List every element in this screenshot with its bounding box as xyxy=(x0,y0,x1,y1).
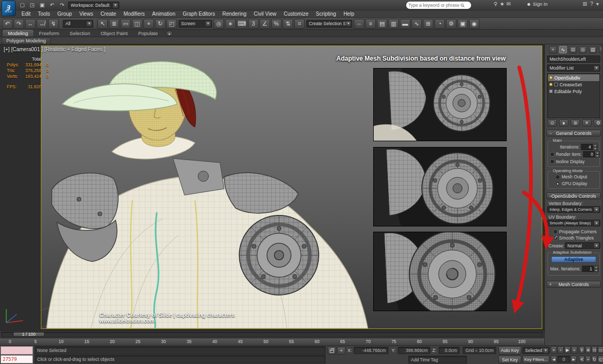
time-slider[interactable]: 1 / 100 xyxy=(0,331,544,338)
general-controls-rollout[interactable]: − General Controls xyxy=(546,130,601,136)
menu-item[interactable]: Create xyxy=(97,10,120,18)
maximize-viewport-icon[interactable]: ◱ xyxy=(598,356,603,363)
menu-item[interactable]: Views xyxy=(75,10,97,18)
angle-snap-icon[interactable]: ∠ xyxy=(260,19,270,29)
favorites-star-icon[interactable]: ★ xyxy=(500,1,505,7)
workspace-dropdown[interactable]: Workspace: Default▾ xyxy=(68,2,119,9)
hierarchy-tab-icon[interactable]: ⊟ xyxy=(569,46,577,53)
named-selection-sets-dropdown[interactable]: Create Selection S▾ xyxy=(306,20,352,28)
render-iters-spinner[interactable]: 0 ▴▾ xyxy=(583,151,600,157)
infocenter-chevron-icon[interactable]: ▾ xyxy=(596,1,599,7)
select-by-name-icon[interactable]: ≣ xyxy=(109,19,119,29)
select-object-icon[interactable]: ↖ xyxy=(97,19,108,29)
set-key-button[interactable]: Set Key xyxy=(498,356,521,363)
spinner-snap-icon[interactable]: ⇅ xyxy=(283,19,293,29)
menu-item[interactable]: Graph Editors xyxy=(179,10,219,18)
select-and-move-icon[interactable]: ⌖ xyxy=(143,19,154,29)
reference-coordinate-dropdown[interactable]: Screen▾ xyxy=(178,20,212,28)
crease-dropdown[interactable]: Normal▾ xyxy=(565,242,600,249)
make-unique-icon[interactable]: ⊚ xyxy=(571,119,580,127)
modifier-editable-poly[interactable]: Editable Poly xyxy=(548,88,599,95)
object-name-field[interactable]: MechShoulderLeft xyxy=(547,55,600,63)
menu-item[interactable]: Modifiers xyxy=(120,10,149,18)
open-file-icon[interactable]: ◳ xyxy=(28,1,37,9)
redo-icon[interactable]: ↷ xyxy=(14,19,24,29)
menu-item[interactable]: Group xyxy=(54,10,76,18)
pin-stack-icon[interactable]: ⊙ xyxy=(548,119,557,127)
menu-item[interactable]: Tools xyxy=(34,10,53,18)
edit-named-selection-sets-icon[interactable]: ⌗ xyxy=(294,19,305,29)
polygon-modeling-panel-button[interactable]: Polygon Modeling xyxy=(2,37,51,44)
menu-item[interactable]: Rendering xyxy=(219,10,250,18)
menu-item[interactable]: Civil View xyxy=(250,10,280,18)
gpu-display-radio[interactable] xyxy=(555,181,560,186)
rendered-frame-window-icon[interactable]: ▣ xyxy=(457,19,468,29)
go-to-end-button[interactable]: » xyxy=(571,346,577,354)
unlink-selection-icon[interactable]: ↮ xyxy=(37,19,47,29)
visibility-bulb-icon[interactable] xyxy=(549,76,553,79)
display-tab-icon[interactable]: ▤ xyxy=(589,46,597,53)
spinner-down-icon[interactable]: ▾ xyxy=(595,154,600,157)
toggle-ribbon-icon[interactable]: ▬ xyxy=(400,19,410,29)
create-tab-icon[interactable]: + xyxy=(549,46,557,53)
new-scene-icon[interactable]: ▢ xyxy=(18,1,27,9)
auto-key-button[interactable]: Auto Key xyxy=(498,346,521,355)
select-and-rotate-icon[interactable]: ↻ xyxy=(155,19,165,29)
bind-to-space-warp-icon[interactable]: ↯ xyxy=(48,19,59,29)
vertex-boundary-dropdown[interactable]: Interp. Edges & Corners▾ xyxy=(547,206,600,213)
keyboard-shortcut-override-icon[interactable]: ⌨ xyxy=(237,19,247,29)
track-bar[interactable]: 0510152025303540455055606570758085909510… xyxy=(0,338,544,345)
ribbon-expand-button[interactable]: ▸ xyxy=(166,31,173,37)
spinner-down-icon[interactable]: ▾ xyxy=(593,147,598,150)
next-key-button[interactable]: ► xyxy=(571,356,577,363)
modifier-list-dropdown[interactable]: Modifier List▾ xyxy=(547,64,600,72)
select-and-scale-icon[interactable]: ◰ xyxy=(166,19,177,29)
save-file-icon[interactable]: ▣ xyxy=(38,1,47,9)
schematic-view-icon[interactable]: ⊞ xyxy=(423,19,433,29)
redo-icon[interactable]: ↷ xyxy=(58,1,66,9)
mesh-output-radio[interactable] xyxy=(555,175,560,179)
maxscript-mini-listener-macro[interactable] xyxy=(1,346,33,355)
mesh-controls-rollout[interactable]: + Mesh Controls xyxy=(546,281,601,288)
sign-in-button[interactable]: ☻ Sign In xyxy=(526,2,548,7)
modify-tab-icon[interactable]: ∿ xyxy=(559,46,567,53)
align-icon[interactable]: ≡ xyxy=(365,19,376,29)
rectangular-selection-region-icon[interactable]: ▭ xyxy=(120,19,131,29)
max-iterations-spinner[interactable]: 1 ▴▾ xyxy=(582,266,599,272)
modifier-opensubdiv[interactable]: OpenSubdiv xyxy=(548,74,599,81)
tab-freeform[interactable]: Freeform xyxy=(34,30,65,37)
toggle-scene-explorer-icon[interactable]: ▤ xyxy=(377,19,387,29)
modifier-creaseset[interactable]: CreaseSet xyxy=(548,81,599,88)
curve-editor-icon[interactable]: ∿ xyxy=(411,19,422,29)
previous-key-button[interactable]: ◄ xyxy=(551,356,557,363)
search-box[interactable]: ⚲ xyxy=(406,2,471,9)
z-coordinate-field[interactable]: 0.0cm xyxy=(439,347,460,354)
y-coordinate-field[interactable]: 398.869cm xyxy=(398,347,430,354)
motion-tab-icon[interactable]: ◎ xyxy=(579,46,587,53)
maxscript-mini-listener[interactable]: 27579 xyxy=(1,355,33,363)
menu-item[interactable]: Scripting xyxy=(312,10,340,18)
key-mode-dropdown[interactable]: Selected▾ xyxy=(522,347,550,354)
selection-lock-toggle[interactable] xyxy=(328,347,336,355)
zoom-region-icon[interactable]: ▭ xyxy=(598,346,603,354)
search-input[interactable] xyxy=(408,3,461,8)
iterations-spinner[interactable]: 4 ▴▾ xyxy=(581,144,598,150)
zoom-all-icon[interactable]: ⊕ xyxy=(585,346,591,354)
viewport-label[interactable]: [+] [Camera001 ] [Realistic + Edged Face… xyxy=(4,47,105,52)
menu-item[interactable]: Edit xyxy=(18,10,34,18)
x-coordinate-field[interactable]: -448.766cm xyxy=(354,347,388,354)
tab-object-paint[interactable]: Object Paint xyxy=(95,30,133,37)
zoom-extents-icon[interactable]: ⊡ xyxy=(591,346,597,354)
pan-icon[interactable]: + xyxy=(585,356,591,363)
camera-viewport[interactable]: [+] [Camera001 ] [Realistic + Edged Face… xyxy=(0,44,544,331)
play-button[interactable]: ▶ xyxy=(564,346,571,354)
uv-boundary-dropdown[interactable]: Smooth (Always Sharp)▾ xyxy=(547,220,600,226)
3dsmax-logo-icon[interactable]: ȝ MAX xyxy=(2,1,16,16)
snap-toggle-3d-icon[interactable]: 3 xyxy=(248,19,259,29)
mirror-icon[interactable]: ⇔ xyxy=(354,19,364,29)
show-end-result-icon[interactable]: ∎ xyxy=(559,119,568,127)
opensubdiv-controls-rollout[interactable]: − OpenSubdiv Controls xyxy=(546,192,601,199)
go-to-start-button[interactable]: « xyxy=(551,346,557,354)
use-pivot-point-center-icon[interactable]: ◎ xyxy=(214,19,224,29)
time-slider-handle[interactable]: 1 / 100 xyxy=(13,332,44,337)
